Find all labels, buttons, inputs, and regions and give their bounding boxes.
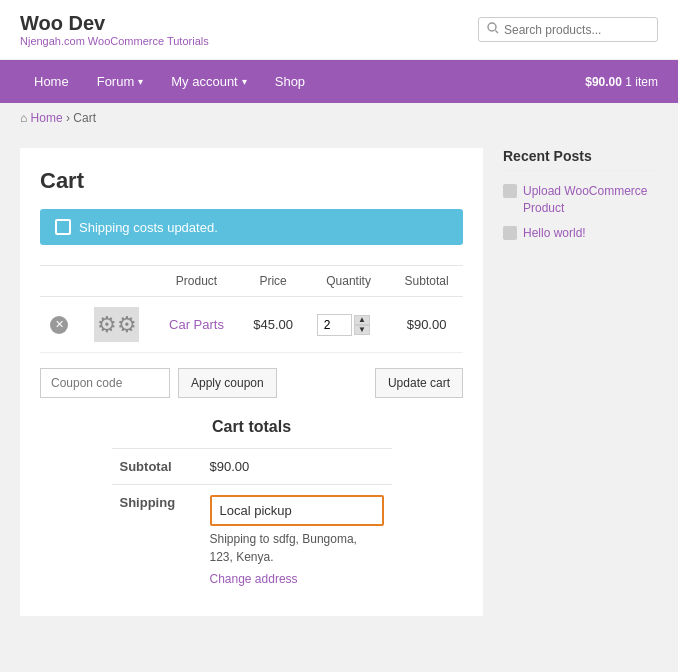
- subtotal-value: $90.00: [202, 449, 392, 485]
- home-icon: ⌂: [20, 111, 27, 125]
- sidebar: Recent Posts Upload WooCommerce Product …: [503, 148, 658, 616]
- apply-coupon-button[interactable]: Apply coupon: [178, 368, 277, 398]
- notice-icon: [55, 219, 71, 235]
- myaccount-chevron-icon: ▾: [242, 76, 247, 87]
- sidebar-post-1: Upload WooCommerce Product: [503, 183, 658, 217]
- cart-summary[interactable]: $90.00 1 item: [585, 75, 658, 89]
- coupon-input[interactable]: [40, 368, 170, 398]
- product-price: $45.00: [239, 297, 307, 353]
- cart-totals: Cart totals Subtotal $90.00 Shipping Loc…: [112, 418, 392, 596]
- col-product: Product: [154, 266, 239, 297]
- col-thumb: [80, 266, 154, 297]
- remove-item-button[interactable]: ✕: [50, 316, 68, 334]
- forum-chevron-icon: ▾: [138, 76, 143, 87]
- site-title: Woo Dev: [20, 12, 209, 35]
- search-bar[interactable]: [478, 17, 658, 42]
- totals-subtotal-row: Subtotal $90.00: [112, 449, 392, 485]
- update-cart-button[interactable]: Update cart: [375, 368, 463, 398]
- product-thumbnail: ⚙⚙: [94, 307, 139, 342]
- nav-links: Home Forum ▾ My account ▾ Shop: [20, 60, 319, 103]
- site-header: Woo Dev Njengah.com WooCommerce Tutorial…: [0, 0, 678, 60]
- shipping-address: Shipping to sdfg, Bungoma, 123, Kenya.: [210, 530, 384, 566]
- nav-myaccount[interactable]: My account ▾: [157, 60, 260, 103]
- shipping-notice: Shipping costs updated.: [40, 209, 463, 245]
- shipping-highlight-box: Local pickup: [210, 495, 384, 526]
- col-remove: [40, 266, 80, 297]
- subtotal-label: Subtotal: [112, 449, 202, 485]
- nav-shop[interactable]: Shop: [261, 60, 319, 103]
- product-link[interactable]: Car Parts: [169, 317, 224, 332]
- col-quantity: Quantity: [307, 266, 390, 297]
- quantity-control: ▲ ▼: [317, 314, 380, 336]
- cart-table: Product Price Quantity Subtotal ✕ ⚙⚙: [40, 265, 463, 353]
- site-tagline: Njengah.com WooCommerce Tutorials: [20, 35, 209, 47]
- shipping-label: Shipping: [112, 485, 202, 597]
- shipping-option: Local pickup: [220, 503, 374, 518]
- product-subtotal: $90.00: [390, 297, 463, 353]
- quantity-arrows: ▲ ▼: [354, 315, 370, 335]
- quantity-input[interactable]: [317, 314, 352, 336]
- cart-title: Cart: [40, 168, 463, 194]
- col-price: Price: [239, 266, 307, 297]
- coupon-row: Apply coupon Update cart: [40, 368, 463, 398]
- nav-forum[interactable]: Forum ▾: [83, 60, 158, 103]
- breadcrumb-home[interactable]: Home: [31, 111, 63, 125]
- coupon-left: Apply coupon: [40, 368, 277, 398]
- sidebar-post-link-2[interactable]: Hello world!: [523, 225, 586, 242]
- qty-down-arrow[interactable]: ▼: [354, 325, 370, 335]
- cart-totals-title: Cart totals: [112, 418, 392, 436]
- svg-point-0: [488, 23, 496, 31]
- qty-up-arrow[interactable]: ▲: [354, 315, 370, 325]
- cart-item-count: 1 item: [625, 75, 658, 89]
- site-nav: Home Forum ▾ My account ▾ Shop $90.00 1 …: [0, 60, 678, 103]
- shipping-notice-text: Shipping costs updated.: [79, 220, 218, 235]
- change-address-link[interactable]: Change address: [210, 572, 384, 586]
- nav-home[interactable]: Home: [20, 60, 83, 103]
- post-icon-2: [503, 226, 517, 240]
- breadcrumb-current: Cart: [73, 111, 96, 125]
- content-area: Cart Shipping costs updated. Product Pri…: [20, 148, 483, 616]
- totals-shipping-row: Shipping Local pickup Shipping to sdfg, …: [112, 485, 392, 597]
- post-icon-1: [503, 184, 517, 198]
- search-icon: [487, 22, 499, 37]
- breadcrumb: ⌂ Home › Cart: [0, 103, 678, 133]
- search-input[interactable]: [504, 23, 649, 37]
- main-container: Cart Shipping costs updated. Product Pri…: [0, 133, 678, 631]
- gear-icon: ⚙⚙: [97, 312, 137, 338]
- recent-posts-title: Recent Posts: [503, 148, 658, 171]
- sidebar-post-link-1[interactable]: Upload WooCommerce Product: [523, 183, 658, 217]
- svg-line-1: [496, 31, 499, 34]
- totals-table: Subtotal $90.00 Shipping Local pickup Sh…: [112, 448, 392, 596]
- branding: Woo Dev Njengah.com WooCommerce Tutorial…: [20, 12, 209, 47]
- table-row: ✕ ⚙⚙ Car Parts $45.00: [40, 297, 463, 353]
- shipping-cell: Local pickup Shipping to sdfg, Bungoma, …: [202, 485, 392, 597]
- cart-price: $90.00: [585, 75, 622, 89]
- sidebar-post-2: Hello world!: [503, 225, 658, 242]
- col-subtotal: Subtotal: [390, 266, 463, 297]
